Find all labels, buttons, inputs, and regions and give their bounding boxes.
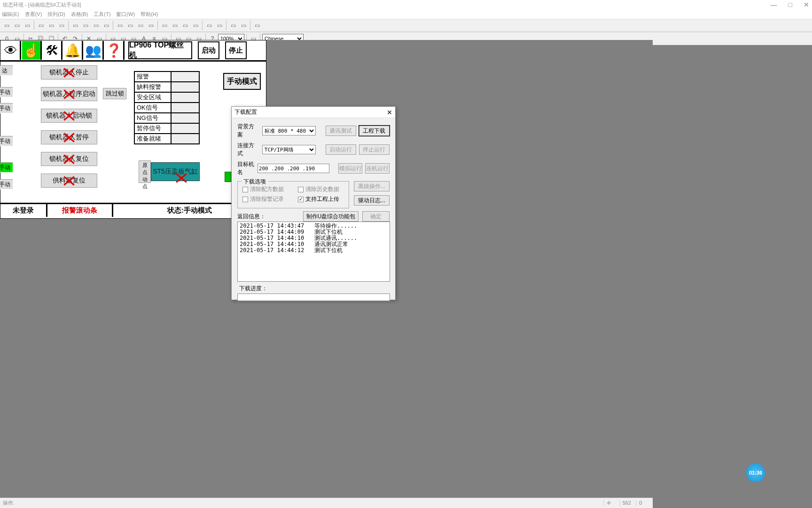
- tb-icon[interactable]: ▭: [12, 21, 22, 30]
- app-titlebar: 组态环境 - [动画组态5#工站手动3] — □ ✕: [0, 0, 812, 9]
- comm-test-button[interactable]: 通讯测试: [326, 126, 356, 136]
- bg-scheme-combo[interactable]: 标准 800 * 480: [262, 126, 316, 135]
- chk-clear-history[interactable]: 清除历史数据: [298, 185, 339, 193]
- hmi-body: 达 手动 手动 手动 手动 手动 锁机器人停止 锁机器人程序启动 锁机器人启动锁…: [0, 62, 266, 217]
- wrench-icon[interactable]: 🛠: [43, 41, 62, 60]
- tb-icon[interactable]: ▭: [252, 21, 262, 30]
- tb-icon[interactable]: ▭: [115, 21, 125, 30]
- stop-button[interactable]: 停止: [225, 41, 247, 59]
- tb-icon[interactable]: ▭: [36, 21, 46, 30]
- chk-clear-recipe[interactable]: 清除配方数据: [242, 185, 284, 193]
- app-statusbar: 操作. ✛ 562 0: [0, 498, 653, 508]
- sig-value: [171, 123, 199, 134]
- tb-icon[interactable]: ▭: [81, 21, 90, 30]
- side-btn[interactable]: 手动: [0, 136, 13, 146]
- tb-icon[interactable]: ▭: [239, 21, 248, 30]
- options-legend: 下载选项: [242, 178, 268, 186]
- menu-table[interactable]: 表格(B): [71, 11, 88, 18]
- start-button[interactable]: 启动: [198, 41, 219, 59]
- question-icon[interactable]: ❓: [105, 41, 125, 60]
- st5-cylinder-button[interactable]: ST5压盖板气缸: [151, 162, 200, 181]
- make-usb-button[interactable]: 制作U盘综合功能包: [303, 211, 359, 222]
- robot-start-lock-button[interactable]: 锁机器人启动锁: [41, 109, 97, 123]
- sig-value: [171, 113, 199, 123]
- side-btn[interactable]: 手动: [0, 179, 13, 190]
- conn-run-button[interactable]: 连机运行: [365, 163, 390, 174]
- chk-support-upload[interactable]: ✓支持工程上传: [298, 195, 339, 203]
- tb-icon[interactable]: ▭: [102, 21, 111, 30]
- sig-value: [171, 134, 199, 144]
- tb-icon[interactable]: ▭: [47, 21, 56, 30]
- close-icon[interactable]: ✕: [804, 1, 809, 8]
- menu-help[interactable]: 帮助(H): [141, 11, 158, 18]
- robot-reset-button[interactable]: 锁机器人复位: [41, 152, 97, 166]
- tb-icon[interactable]: ▭: [191, 21, 200, 30]
- sig-label: NG信号: [134, 113, 171, 123]
- robot-prog-start-button[interactable]: 锁机器人程序启动: [41, 87, 97, 101]
- sig-label: 缺料报警: [134, 82, 171, 92]
- conn-combo[interactable]: TCP/IP网络: [262, 145, 316, 154]
- side-btn[interactable]: 手动: [0, 162, 13, 173]
- feeder-reset-button[interactable]: 供料器复位: [41, 174, 97, 188]
- progress-label: 下载进度：: [239, 285, 390, 293]
- sig-label: OK信号: [134, 103, 171, 113]
- tb-icon[interactable]: ▭: [57, 21, 66, 30]
- tb-icon[interactable]: ▭: [160, 21, 169, 30]
- robot-stop-button[interactable]: 锁机器人停止: [41, 65, 97, 79]
- eye-icon[interactable]: 👁: [1, 41, 21, 60]
- sig-value: [171, 103, 199, 113]
- side-btn[interactable]: 达: [0, 65, 13, 76]
- target-input[interactable]: [258, 164, 329, 173]
- robot-pause-button[interactable]: 锁机器人暂停: [41, 130, 97, 144]
- maximize-icon[interactable]: □: [789, 1, 792, 8]
- progress-bar: [237, 294, 390, 301]
- tb-icon[interactable]: ▭: [215, 21, 224, 30]
- conn-label: 连接方式: [237, 142, 259, 158]
- origin-button[interactable]: 原点动点: [139, 160, 151, 183]
- app-title: 组态环境 - [动画组态5#工站手动3]: [3, 1, 81, 8]
- side-btn[interactable]: 手动: [0, 103, 13, 113]
- sim-run-button[interactable]: 模拟运行: [338, 163, 363, 174]
- menu-arrange[interactable]: 排列(D): [47, 11, 65, 18]
- tb-icon[interactable]: ▭: [2, 21, 11, 30]
- project-download-button[interactable]: 工程下载: [359, 126, 390, 136]
- sig-value: [171, 92, 199, 103]
- menu-window[interactable]: 窗口(W): [116, 11, 135, 18]
- minimize-icon[interactable]: —: [771, 1, 777, 8]
- tb-icon[interactable]: ▭: [180, 21, 190, 30]
- chk-clear-alarm[interactable]: 清除报警记录: [242, 195, 284, 203]
- menu-view[interactable]: 查看(V): [25, 11, 42, 18]
- sig-value: [171, 71, 199, 82]
- side-btn[interactable]: 手动: [0, 87, 13, 97]
- tb-icon[interactable]: ▭: [70, 21, 80, 30]
- log-textarea[interactable]: 2021-05-17 14:43:47 等待操作...... 2021-05-1…: [237, 222, 390, 282]
- skip-lock-button[interactable]: 跳过锁: [103, 88, 126, 99]
- stop-run-button[interactable]: 停止运行: [359, 144, 390, 155]
- users-icon[interactable]: 👥: [84, 41, 104, 60]
- coord-x: 562: [619, 500, 634, 506]
- hmi-statusbar: 未登录 报警滚动条 状态:手动模式: [0, 203, 266, 217]
- hand-icon[interactable]: ☝: [22, 41, 42, 60]
- login-status: 未登录: [0, 204, 47, 217]
- ok-button[interactable]: 确定: [362, 211, 390, 222]
- tb-icon[interactable]: ▭: [228, 21, 238, 30]
- bg-scheme-label: 背景方案: [237, 123, 259, 139]
- driver-log-button[interactable]: 驱动日志...: [354, 195, 390, 206]
- tb-icon[interactable]: ▭: [136, 21, 145, 30]
- tb-icon[interactable]: ▭: [204, 21, 214, 30]
- advanced-button[interactable]: 高级操作...: [354, 181, 390, 191]
- close-icon[interactable]: ✕: [387, 109, 392, 116]
- return-info-label: 返回信息：: [237, 213, 265, 221]
- tb-icon[interactable]: ▭: [146, 21, 156, 30]
- bell-icon[interactable]: 🔔: [63, 41, 83, 60]
- tb-icon[interactable]: ▭: [23, 21, 32, 30]
- menu-edit[interactable]: 编辑(E): [2, 11, 19, 18]
- menu-tools[interactable]: 工具(T): [94, 11, 110, 18]
- dialog-title: 下载配置: [234, 108, 257, 116]
- disabled-x-icon: [63, 110, 75, 122]
- tb-icon[interactable]: ▭: [125, 21, 135, 30]
- tb-icon[interactable]: ▭: [91, 21, 101, 30]
- dialog-titlebar[interactable]: 下载配置 ✕: [232, 107, 395, 118]
- tb-icon[interactable]: ▭: [170, 21, 180, 30]
- auto-run-button[interactable]: 启动运行: [326, 144, 356, 155]
